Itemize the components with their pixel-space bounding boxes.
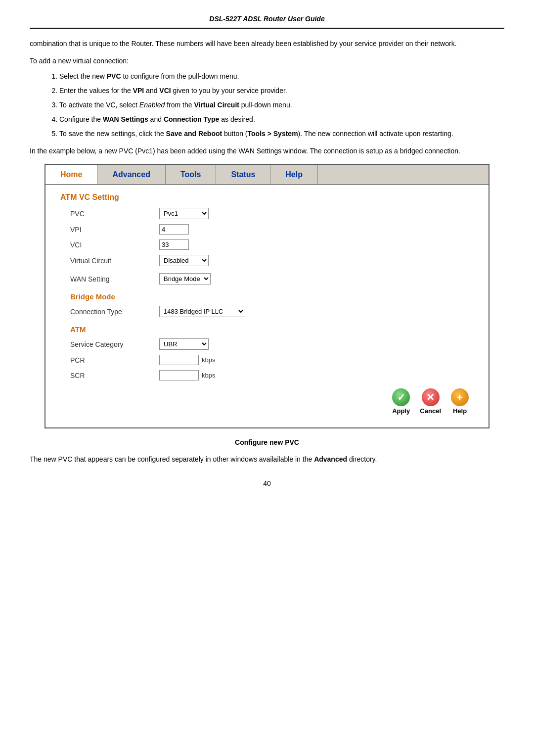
step-5: To save the new settings, click the Save…	[59, 129, 504, 139]
scr-input[interactable]	[159, 370, 199, 380]
wan-setting-row: WAN Setting Bridge Mode PPPoE PPPoA Stat…	[60, 273, 474, 284]
footer-paragraph: The new PVC that appears can be configur…	[30, 454, 504, 465]
apply-label: Apply	[392, 407, 410, 415]
pcr-kbps-label: kbps	[202, 356, 215, 364]
vpi-input[interactable]	[159, 224, 189, 235]
add-vc-label: To add a new virtual connection:	[30, 56, 504, 66]
service-category-row: Service Category UBR CBR VBR-nrt	[60, 338, 474, 350]
panel-content: ATM VC Setting PVC Pvc1 Pvc2 Pvc3 VPI VC…	[45, 185, 489, 427]
nav-status[interactable]: Status	[216, 165, 270, 184]
vpi-row: VPI	[60, 224, 474, 235]
figure-caption: Configure new PVC	[30, 438, 504, 446]
pcr-row: PCR kbps	[60, 355, 474, 365]
apply-button[interactable]: ✓ Apply	[392, 388, 410, 415]
service-category-select[interactable]: UBR CBR VBR-nrt	[159, 338, 209, 350]
vci-row: VCI	[60, 239, 474, 250]
vci-input[interactable]	[159, 239, 189, 250]
virtual-circuit-select[interactable]: Disabled Enabled	[159, 255, 209, 266]
pvc-label: PVC	[70, 210, 159, 218]
wan-setting-label: WAN Setting	[70, 275, 159, 283]
wan-setting-select[interactable]: Bridge Mode PPPoE PPPoA Static IP	[159, 273, 211, 284]
atm-vc-heading: ATM VC Setting	[60, 193, 474, 202]
steps-list: Select the new PVC to configure from the…	[59, 71, 504, 139]
scr-kbps-label: kbps	[202, 372, 215, 379]
service-category-label: Service Category	[70, 340, 159, 348]
step-3: To activate the VC, select Enabled from …	[59, 100, 504, 110]
header-title: DSL-522T ADSL Router User Guide	[209, 15, 324, 23]
nav-home[interactable]: Home	[45, 165, 97, 184]
connection-type-select[interactable]: 1483 Bridged IP LLC 1483 Bridged IP VC-M…	[159, 306, 245, 317]
pvc-select[interactable]: Pvc1 Pvc2 Pvc3	[159, 208, 209, 219]
example-paragraph: In the example below, a new PVC (Pvc1) h…	[30, 146, 504, 156]
step-1: Select the new PVC to configure from the…	[59, 71, 504, 82]
step-4: Configure the WAN Settings and Connectio…	[59, 114, 504, 125]
scr-row: SCR kbps	[60, 370, 474, 380]
nav-tools[interactable]: Tools	[166, 165, 216, 184]
scr-label: SCR	[70, 372, 159, 379]
nav-advanced[interactable]: Advanced	[97, 165, 165, 184]
pcr-label: PCR	[70, 356, 159, 364]
cancel-icon: ✕	[422, 388, 440, 406]
help-icon: +	[451, 388, 469, 406]
atm-heading: ATM	[60, 325, 474, 333]
step-2: Enter the values for the VPI and VCI giv…	[59, 86, 504, 96]
button-row: ✓ Apply ✕ Cancel + Help	[60, 388, 474, 420]
page-header: DSL-522T ADSL Router User Guide	[30, 15, 504, 29]
page-number: 40	[30, 479, 504, 487]
connection-type-label: Connection Type	[70, 308, 159, 316]
cancel-label: Cancel	[420, 407, 441, 415]
pvc-row: PVC Pvc1 Pvc2 Pvc3	[60, 208, 474, 219]
nav-help[interactable]: Help	[270, 165, 318, 184]
nav-bar: Home Advanced Tools Status Help	[45, 165, 489, 185]
router-panel: Home Advanced Tools Status Help ATM VC S…	[44, 164, 490, 428]
cancel-button[interactable]: ✕ Cancel	[420, 388, 441, 415]
bridge-mode-heading: Bridge Mode	[60, 292, 474, 301]
connection-type-row: Connection Type 1483 Bridged IP LLC 1483…	[60, 306, 474, 317]
intro-paragraph: combination that is unique to the Router…	[30, 39, 504, 49]
virtual-circuit-row: Virtual Circuit Disabled Enabled	[60, 255, 474, 266]
vpi-label: VPI	[70, 226, 159, 234]
pcr-input[interactable]	[159, 355, 199, 365]
help-label: Help	[453, 407, 467, 415]
apply-icon: ✓	[392, 388, 410, 406]
virtual-circuit-label: Virtual Circuit	[70, 257, 159, 265]
vci-label: VCI	[70, 241, 159, 249]
help-button[interactable]: + Help	[451, 388, 469, 415]
